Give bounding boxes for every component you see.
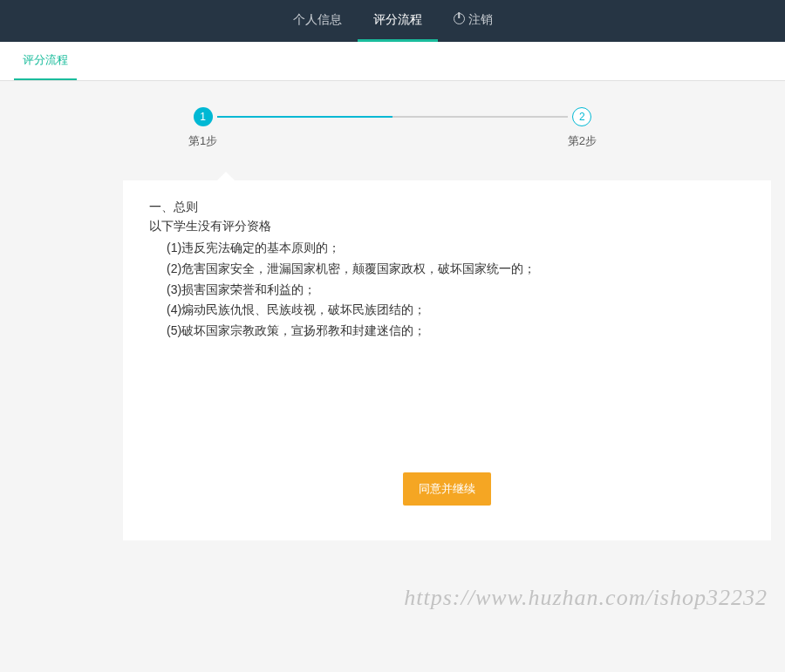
action-row: 同意并继续 (149, 472, 745, 506)
stepper: 1 第1步 2 第2步 (14, 107, 771, 149)
button-label: 同意并继续 (419, 482, 475, 495)
content-area: 1 第1步 2 第2步 一、总则 以下学生没有评分资格 (1)违反宪法确定的基本… (0, 81, 785, 540)
step-1-label: 第1步 (188, 133, 217, 149)
nav-item-logout[interactable]: 注销 (438, 0, 509, 42)
rules-panel: 一、总则 以下学生没有评分资格 (1)违反宪法确定的基本原则的； (2)危害国家… (123, 180, 771, 540)
step-1-circle: 1 (194, 107, 213, 126)
agree-continue-button[interactable]: 同意并继续 (403, 472, 491, 506)
nav-items: 个人信息 评分流程 注销 (277, 0, 509, 42)
nav-item-profile[interactable]: 个人信息 (277, 0, 358, 42)
step-line-remaining (392, 116, 568, 118)
rules-list: (1)违反宪法确定的基本原则的； (2)危害国家安全，泄漏国家机密，颠覆国家政权… (149, 238, 745, 342)
tab-scoring-flow[interactable]: 评分流程 (14, 42, 77, 80)
nav-item-label: 个人信息 (293, 12, 342, 28)
tab-label: 评分流程 (23, 53, 68, 66)
top-nav-bar: 个人信息 评分流程 注销 (0, 0, 785, 42)
nav-item-label: 注销 (468, 12, 493, 28)
sub-nav: 评分流程 (0, 42, 785, 81)
watermark-text: https://www.huzhan.com/ishop32232 (404, 585, 768, 611)
step-2-label: 第2步 (568, 133, 597, 149)
nav-item-scoring[interactable]: 评分流程 (358, 0, 438, 42)
step-2-circle: 2 (572, 107, 591, 126)
step-2: 2 第2步 (568, 107, 597, 149)
step-number: 2 (579, 111, 585, 123)
rule-item: (4)煽动民族仇恨、民族歧视，破坏民族团结的； (167, 300, 745, 321)
step-1: 1 第1步 (188, 107, 217, 149)
rules-subtitle: 以下学生没有评分资格 (149, 219, 745, 234)
nav-item-label: 评分流程 (373, 12, 422, 28)
rules-section-title: 一、总则 (149, 200, 745, 215)
rule-item: (5)破坏国家宗教政策，宣扬邪教和封建迷信的； (167, 321, 745, 342)
rule-item: (2)危害国家安全，泄漏国家机密，颠覆国家政权，破坏国家统一的； (167, 259, 745, 280)
power-icon (454, 13, 465, 27)
step-line-progress (217, 116, 392, 118)
rule-item: (3)损害国家荣誉和利益的； (167, 280, 745, 301)
rule-item: (1)违反宪法确定的基本原则的； (167, 238, 745, 259)
step-number: 1 (200, 111, 206, 123)
